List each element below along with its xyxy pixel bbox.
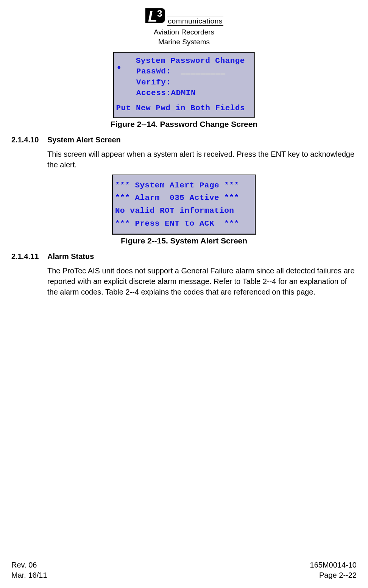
- cursor-dot-icon: •: [116, 66, 122, 98]
- screen2-line2: *** Alarm 035 Active ***: [115, 192, 253, 204]
- footer-rev: Rev. 06: [11, 560, 47, 570]
- section-title: System Alert Screen: [47, 136, 121, 144]
- footer-docnum: 165M0014-10: [310, 560, 357, 570]
- company-logo: L 3 communications: [145, 8, 223, 26]
- section-title: Alarm Status: [47, 252, 94, 261]
- svg-text:3: 3: [157, 8, 162, 19]
- section-2-1-4-10-body: This screen will appear when a system al…: [47, 149, 357, 170]
- screen2-line3: No valid ROT information: [115, 204, 253, 217]
- footer-page: Page 2--22: [310, 570, 357, 580]
- figure-2-14-caption: Figure 2--14. Password Change Screen: [11, 120, 357, 129]
- svg-text:L: L: [148, 8, 157, 23]
- l3-logo-icon: L 3: [145, 8, 165, 23]
- page-footer: Rev. 06 Mar. 16/11 165M0014-10 Page 2--2…: [11, 560, 357, 580]
- section-2-1-4-10-header: 2.1.4.10 System Alert Screen: [11, 136, 357, 144]
- screen1-title: System Password Change: [116, 56, 252, 66]
- section-2-1-4-11-body: The ProTec AIS unit does not support a G…: [47, 265, 357, 297]
- screen1-passwd: PassWd: _________: [122, 66, 226, 77]
- screen2-line4: *** Press ENT to ACK ***: [115, 217, 253, 230]
- page-header: L 3 communications Aviation Recorders Ma…: [11, 8, 357, 46]
- screen2-line1: *** System Alert Page ***: [115, 179, 253, 192]
- figure-2-15-caption: Figure 2--15. System Alert Screen: [11, 236, 357, 245]
- screen1-footer: Put New Pwd in Both Fields: [116, 103, 252, 114]
- password-change-screen-image: System Password Change • PassWd: _______…: [113, 52, 255, 118]
- screen1-verify: Verify:: [122, 77, 226, 88]
- footer-date: Mar. 16/11: [11, 570, 47, 580]
- system-alert-screen-image: *** System Alert Page *** *** Alarm 035 …: [112, 175, 256, 235]
- header-line-2: Marine Systems: [11, 38, 357, 46]
- screen1-access: Access:ADMIN: [122, 88, 226, 98]
- section-2-1-4-11-header: 2.1.4.11 Alarm Status: [11, 252, 357, 261]
- section-number: 2.1.4.11: [11, 252, 47, 261]
- section-number: 2.1.4.10: [11, 136, 47, 144]
- logo-communications: communications: [167, 17, 223, 26]
- header-line-1: Aviation Recorders: [11, 28, 357, 36]
